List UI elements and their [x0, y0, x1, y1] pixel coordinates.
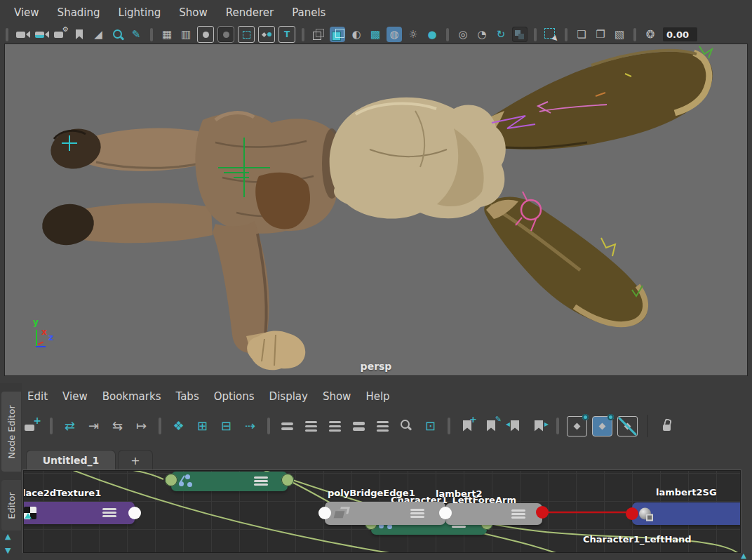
show-shaders-eye-icon[interactable] — [592, 416, 612, 436]
remove-from-graph-icon[interactable]: ⊟ — [217, 417, 236, 436]
menu-help[interactable]: Help — [365, 390, 389, 403]
display-connected-icon[interactable] — [302, 417, 321, 436]
bookmark-prev-icon[interactable] — [506, 417, 525, 436]
node-editor-tabbar: Untitled_1+ — [22, 442, 752, 470]
safe-title-icon[interactable]: T — [278, 26, 295, 43]
add-to-graph-icon[interactable]: ⊞ — [193, 417, 212, 436]
toolbar-separator — [556, 418, 559, 434]
menu-options[interactable]: Options — [214, 390, 255, 403]
menu-tabs[interactable]: Tabs — [175, 390, 199, 403]
character-lower-ear — [484, 197, 647, 327]
textured-cube-icon[interactable]: ▩ — [368, 27, 383, 42]
input-output-connections-icon[interactable]: ⇆ — [108, 417, 127, 436]
camera-name-label: persp — [5, 361, 747, 372]
menu-view[interactable]: View — [14, 6, 39, 19]
camera-icon[interactable] — [15, 27, 30, 42]
wireframe-cube-icon[interactable] — [311, 27, 326, 42]
menu-bookmarks[interactable]: Bookmarks — [102, 390, 161, 403]
hide-swatch-eye-icon[interactable] — [617, 416, 638, 436]
toolbar-separator — [565, 28, 568, 41]
input-connections-icon[interactable]: ⇥ — [84, 417, 103, 436]
bookmark-icon[interactable] — [72, 27, 87, 42]
menu-show[interactable]: Show — [323, 390, 351, 403]
film-gate-icon[interactable]: ▥ — [178, 27, 194, 42]
gate-mask-icon[interactable] — [217, 26, 234, 43]
new-tab-button[interactable]: + — [118, 450, 153, 470]
menu-renderer[interactable]: Renderer — [226, 6, 274, 19]
axis-z-line — [36, 346, 46, 347]
shaded-cube-icon[interactable] — [330, 27, 345, 42]
character-head — [330, 98, 506, 219]
toolbar-divider — [647, 415, 648, 437]
shadows-icon[interactable]: ● — [424, 27, 440, 42]
output-connections-icon[interactable]: ↦ — [132, 417, 151, 436]
panel-scroll-down-icon[interactable]: ▼ — [5, 546, 11, 555]
grid-icon[interactable]: ▦ — [159, 27, 175, 42]
graph-scroll-up-icon[interactable]: ▲ — [741, 552, 746, 559]
view-axis-gizmo: y x z — [29, 321, 62, 353]
character-body — [195, 113, 342, 234]
lock-icon[interactable] — [658, 417, 677, 436]
axis-z-label: z — [48, 333, 53, 342]
display-bold-icon[interactable] — [349, 417, 368, 436]
display-simple-icon[interactable] — [278, 417, 297, 436]
circular-arrows-icon[interactable]: ↻ — [493, 27, 509, 42]
viewport-3d[interactable]: y x z persp — [4, 44, 748, 376]
character-model — [5, 44, 747, 375]
exposure-field[interactable]: 0.00 — [663, 27, 697, 41]
safe-action-icon[interactable] — [258, 26, 275, 43]
pin-arrow-icon[interactable]: ⇢ — [241, 417, 260, 436]
viewport-panel: ViewShadingLightingShowRendererPanels ◢✎… — [0, 0, 752, 376]
show-swatch-eye-icon[interactable] — [567, 416, 587, 436]
resolution-gate-icon[interactable] — [197, 26, 214, 43]
panel-scroll-up-icon[interactable]: ▲ — [5, 532, 11, 541]
bookmark-next-icon[interactable] — [530, 417, 549, 436]
motion-blur-icon[interactable]: ◔ — [474, 27, 490, 42]
axis-x-line — [38, 341, 43, 345]
display-compact-icon[interactable] — [373, 417, 392, 436]
node-graph[interactable]: Character1_LeftForeArm lace2dTexture1lam… — [23, 470, 741, 553]
bookmark-add-icon[interactable] — [458, 417, 477, 436]
graph-tab-untitled-1[interactable]: Untitled_1 — [26, 450, 116, 470]
toolbar-separator — [446, 28, 449, 41]
menu-show[interactable]: Show — [179, 6, 207, 19]
menu-shading[interactable]: Shading — [58, 6, 100, 19]
aperture-icon[interactable]: ❂ — [643, 27, 658, 42]
image-diagonal-icon[interactable]: ▧ — [612, 27, 627, 42]
display-full-icon[interactable] — [325, 417, 344, 436]
menu-lighting[interactable]: Lighting — [119, 6, 161, 19]
light-icon[interactable]: ☼ — [405, 27, 421, 42]
menu-edit[interactable]: Edit — [27, 390, 48, 403]
image-plane-icon[interactable]: ◢ — [90, 27, 106, 42]
toolbar-separator — [6, 28, 8, 41]
frame-selection-icon[interactable]: ⊡ — [421, 417, 440, 436]
occlusion-sphere-icon[interactable]: ◎ — [455, 27, 471, 42]
panel-tab-strip: Node EditorEditor ▲ ▼ — [0, 383, 22, 560]
menu-display[interactable]: Display — [269, 390, 308, 403]
field-chart-icon[interactable] — [238, 26, 255, 43]
toolbar-separator — [267, 418, 270, 434]
menu-panels[interactable]: Panels — [292, 6, 325, 19]
overlap-squares-filled-icon[interactable]: ❐ — [593, 27, 608, 42]
checkered-sphere-icon[interactable]: ◍ — [387, 27, 402, 42]
bookmark-edit-icon[interactable] — [482, 417, 501, 436]
panel-tab-node-editor[interactable]: Node Editor — [1, 392, 21, 472]
add-selected-icon[interactable]: ❖ — [169, 417, 188, 436]
overlap-squares-icon[interactable]: ❏ — [574, 27, 589, 42]
camera-lock-icon[interactable] — [34, 27, 49, 42]
pencil-icon[interactable]: ✎ — [128, 27, 144, 42]
panel-tab-label: Node Editor — [6, 405, 17, 459]
sync-arrows-icon[interactable]: ⇄ — [60, 417, 79, 436]
search-icon[interactable] — [397, 417, 416, 436]
create-node-icon[interactable] — [23, 417, 42, 436]
select-cursor-icon[interactable] — [543, 27, 558, 42]
menu-view[interactable]: View — [62, 390, 88, 403]
camera-gear-icon[interactable] — [53, 27, 68, 42]
panel-tab-editor[interactable]: Editor — [1, 480, 21, 531]
zoom-select-icon[interactable] — [109, 27, 125, 42]
toolbar-separator — [448, 418, 450, 434]
panel-splitter[interactable] — [0, 376, 752, 383]
node-editor-toolbar: ⇄⇥⇆↦❖⊞⊟⇢⊡ — [22, 410, 752, 442]
dim-squares-icon[interactable] — [512, 27, 528, 42]
textured-sphere-icon[interactable]: ◐ — [349, 27, 364, 42]
